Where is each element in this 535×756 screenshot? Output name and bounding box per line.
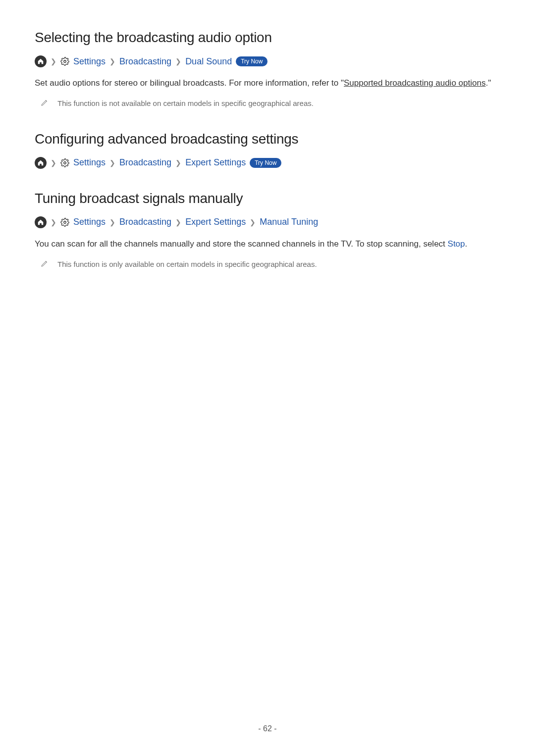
text: Set audio options for stereo or bilingua… [35, 78, 344, 88]
chevron-right-icon: ❯ [175, 159, 181, 167]
breadcrumb-manual-tuning[interactable]: Manual Tuning [260, 217, 318, 227]
note: This function is not available on certai… [41, 98, 500, 109]
heading: Selecting the broadcasting audio option [35, 30, 500, 46]
home-icon [35, 55, 47, 67]
try-now-badge[interactable]: Try Now [236, 56, 268, 66]
breadcrumb-expert-settings[interactable]: Expert Settings [185, 157, 246, 168]
chevron-right-icon: ❯ [175, 57, 181, 65]
section-broadcasting-audio: Selecting the broadcasting audio option … [35, 30, 500, 109]
breadcrumb: ❯ Settings ❯ Broadcasting ❯ Expert Setti… [35, 157, 500, 169]
body-text: Set audio options for stereo or bilingua… [35, 76, 500, 91]
home-icon [35, 157, 47, 169]
note: This function is only available on certa… [41, 258, 500, 270]
text: You can scan for all the channels manual… [35, 239, 448, 249]
breadcrumb-settings[interactable]: Settings [73, 217, 106, 227]
svg-point-0 [64, 60, 66, 63]
note-text: This function is only available on certa… [57, 258, 317, 270]
breadcrumb-broadcasting[interactable]: Broadcasting [119, 157, 171, 168]
breadcrumb-settings[interactable]: Settings [73, 157, 106, 168]
try-now-badge[interactable]: Try Now [250, 158, 281, 168]
gear-icon [60, 218, 69, 227]
chevron-right-icon: ❯ [175, 218, 181, 226]
page-number: - 62 - [0, 724, 535, 733]
stop-link[interactable]: Stop [448, 239, 465, 249]
svg-point-1 [64, 162, 66, 164]
breadcrumb: ❯ Settings ❯ Broadcasting ❯ Expert Setti… [35, 216, 500, 228]
breadcrumb-expert-settings[interactable]: Expert Settings [185, 217, 246, 227]
body-text: You can scan for all the channels manual… [35, 237, 500, 252]
text: ." [485, 78, 491, 88]
section-advanced-broadcasting: Configuring advanced broadcasting settin… [35, 131, 500, 169]
breadcrumb-broadcasting[interactable]: Broadcasting [119, 56, 171, 67]
gear-icon [60, 57, 69, 66]
home-icon [35, 216, 47, 228]
section-manual-tuning: Tuning broadcast signals manually ❯ Sett… [35, 191, 500, 270]
breadcrumb-dual-sound[interactable]: Dual Sound [185, 56, 232, 67]
chevron-right-icon: ❯ [250, 218, 256, 226]
heading: Tuning broadcast signals manually [35, 191, 500, 206]
heading: Configuring advanced broadcasting settin… [35, 131, 500, 147]
breadcrumb-settings[interactable]: Settings [73, 56, 106, 67]
svg-point-2 [64, 221, 66, 224]
chevron-right-icon: ❯ [109, 57, 115, 65]
pencil-icon [41, 99, 49, 106]
cross-reference-link[interactable]: Supported broadcasting audio options [344, 78, 485, 88]
breadcrumb-broadcasting[interactable]: Broadcasting [119, 217, 171, 227]
chevron-right-icon: ❯ [51, 159, 56, 167]
breadcrumb: ❯ Settings ❯ Broadcasting ❯ Dual Sound T… [35, 55, 500, 67]
note-text: This function is not available on certai… [57, 98, 314, 109]
chevron-right-icon: ❯ [51, 218, 56, 226]
pencil-icon [41, 259, 49, 267]
chevron-right-icon: ❯ [109, 159, 115, 167]
chevron-right-icon: ❯ [51, 57, 56, 65]
chevron-right-icon: ❯ [109, 218, 115, 226]
text: . [465, 239, 468, 249]
gear-icon [60, 158, 69, 167]
